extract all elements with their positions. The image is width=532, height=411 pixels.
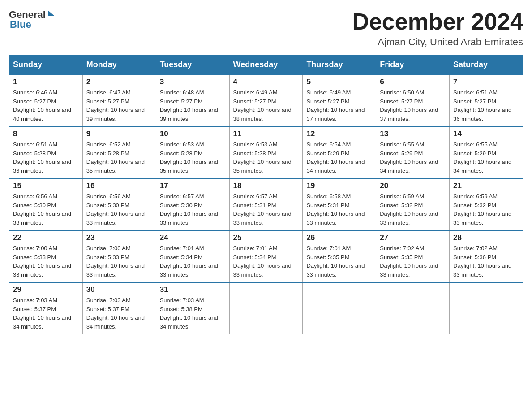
calendar-cell: 9Sunrise: 6:52 AMSunset: 5:28 PMDaylight… [82,126,156,178]
day-info: Sunrise: 6:55 AMSunset: 5:29 PMDaylight:… [380,140,446,175]
day-info: Sunrise: 6:59 AMSunset: 5:32 PMDaylight:… [453,192,519,227]
day-number: 28 [453,233,519,242]
day-number: 8 [13,129,79,138]
day-info: Sunrise: 6:51 AMSunset: 5:27 PMDaylight:… [453,88,519,123]
calendar-cell: 31Sunrise: 7:03 AMSunset: 5:38 PMDayligh… [156,282,229,334]
day-info: Sunrise: 6:49 AMSunset: 5:27 PMDaylight:… [233,88,299,123]
day-number: 23 [86,233,152,242]
day-number: 21 [453,181,519,190]
calendar-cell: 2Sunrise: 6:47 AMSunset: 5:27 PMDaylight… [82,74,156,126]
day-number: 18 [233,181,299,190]
calendar-cell [303,282,376,334]
calendar-cell: 12Sunrise: 6:54 AMSunset: 5:29 PMDayligh… [303,126,376,178]
logo: General Blue [9,9,54,30]
day-number: 19 [306,181,372,190]
day-info: Sunrise: 6:55 AMSunset: 5:29 PMDaylight:… [453,140,519,175]
header-thursday: Thursday [303,56,376,75]
week-row-3: 15Sunrise: 6:56 AMSunset: 5:30 PMDayligh… [9,178,523,230]
week-row-4: 22Sunrise: 7:00 AMSunset: 5:33 PMDayligh… [9,230,523,282]
day-number: 29 [13,285,79,294]
calendar-cell: 14Sunrise: 6:55 AMSunset: 5:29 PMDayligh… [450,126,523,178]
day-number: 22 [13,233,79,242]
day-info: Sunrise: 6:53 AMSunset: 5:28 PMDaylight:… [233,140,299,175]
day-number: 31 [160,285,226,294]
day-info: Sunrise: 7:03 AMSunset: 5:38 PMDaylight:… [160,296,226,331]
day-info: Sunrise: 6:50 AMSunset: 5:27 PMDaylight:… [380,88,446,123]
calendar-cell: 17Sunrise: 6:57 AMSunset: 5:30 PMDayligh… [156,178,229,230]
day-info: Sunrise: 6:58 AMSunset: 5:31 PMDaylight:… [306,192,372,227]
day-info: Sunrise: 6:57 AMSunset: 5:31 PMDaylight:… [233,192,299,227]
calendar-cell: 25Sunrise: 7:01 AMSunset: 5:34 PMDayligh… [229,230,303,282]
calendar-cell [229,282,303,334]
calendar-cell: 29Sunrise: 7:03 AMSunset: 5:37 PMDayligh… [9,282,83,334]
calendar-cell: 8Sunrise: 6:51 AMSunset: 5:28 PMDaylight… [9,126,83,178]
week-row-5: 29Sunrise: 7:03 AMSunset: 5:37 PMDayligh… [9,282,523,334]
week-row-2: 8Sunrise: 6:51 AMSunset: 5:28 PMDaylight… [9,126,523,178]
week-row-1: 1Sunrise: 6:46 AMSunset: 5:27 PMDaylight… [9,74,523,126]
calendar-cell: 22Sunrise: 7:00 AMSunset: 5:33 PMDayligh… [9,230,83,282]
day-info: Sunrise: 6:52 AMSunset: 5:28 PMDaylight:… [86,140,152,175]
calendar-cell: 26Sunrise: 7:01 AMSunset: 5:35 PMDayligh… [303,230,376,282]
day-info: Sunrise: 6:48 AMSunset: 5:27 PMDaylight:… [160,88,226,123]
header-friday: Friday [376,56,450,75]
day-info: Sunrise: 7:01 AMSunset: 5:34 PMDaylight:… [160,244,226,279]
page-header: General Blue December 2024 Ajman City, U… [9,9,523,48]
calendar-cell: 27Sunrise: 7:02 AMSunset: 5:35 PMDayligh… [376,230,450,282]
day-number: 25 [233,233,299,242]
calendar-cell: 16Sunrise: 6:56 AMSunset: 5:30 PMDayligh… [82,178,156,230]
day-number: 1 [13,77,79,86]
day-number: 5 [306,77,372,86]
header-monday: Monday [82,56,156,75]
calendar-header-row: SundayMondayTuesdayWednesdayThursdayFrid… [9,56,523,75]
day-number: 11 [233,129,299,138]
day-number: 6 [380,77,446,86]
logo-blue-text: Blue [10,19,31,30]
day-info: Sunrise: 6:57 AMSunset: 5:30 PMDaylight:… [160,192,226,227]
day-number: 12 [306,129,372,138]
day-number: 9 [86,129,152,138]
day-info: Sunrise: 6:49 AMSunset: 5:27 PMDaylight:… [306,88,372,123]
day-number: 2 [86,77,152,86]
calendar-cell: 24Sunrise: 7:01 AMSunset: 5:34 PMDayligh… [156,230,229,282]
calendar-cell: 15Sunrise: 6:56 AMSunset: 5:30 PMDayligh… [9,178,83,230]
calendar-cell: 18Sunrise: 6:57 AMSunset: 5:31 PMDayligh… [229,178,303,230]
day-number: 20 [380,181,446,190]
day-info: Sunrise: 7:00 AMSunset: 5:33 PMDaylight:… [13,244,79,279]
calendar-cell: 21Sunrise: 6:59 AMSunset: 5:32 PMDayligh… [450,178,523,230]
day-info: Sunrise: 7:01 AMSunset: 5:34 PMDaylight:… [233,244,299,279]
day-info: Sunrise: 7:03 AMSunset: 5:37 PMDaylight:… [13,296,79,331]
day-info: Sunrise: 6:51 AMSunset: 5:28 PMDaylight:… [13,140,79,175]
day-number: 26 [306,233,372,242]
day-number: 16 [86,181,152,190]
month-title: December 2024 [352,9,523,34]
day-info: Sunrise: 6:56 AMSunset: 5:30 PMDaylight:… [13,192,79,227]
day-info: Sunrise: 6:53 AMSunset: 5:28 PMDaylight:… [160,140,226,175]
calendar-cell: 6Sunrise: 6:50 AMSunset: 5:27 PMDaylight… [376,74,450,126]
header-tuesday: Tuesday [156,56,229,75]
day-number: 13 [380,129,446,138]
day-info: Sunrise: 7:03 AMSunset: 5:37 PMDaylight:… [86,296,152,331]
calendar-cell: 19Sunrise: 6:58 AMSunset: 5:31 PMDayligh… [303,178,376,230]
calendar-cell: 10Sunrise: 6:53 AMSunset: 5:28 PMDayligh… [156,126,229,178]
header-sunday: Sunday [9,56,83,75]
day-info: Sunrise: 7:02 AMSunset: 5:36 PMDaylight:… [453,244,519,279]
day-info: Sunrise: 7:00 AMSunset: 5:33 PMDaylight:… [86,244,152,279]
title-area: December 2024 Ajman City, United Arab Em… [352,9,523,48]
logo-triangle-icon [48,10,54,16]
calendar-cell: 13Sunrise: 6:55 AMSunset: 5:29 PMDayligh… [376,126,450,178]
calendar-cell: 20Sunrise: 6:59 AMSunset: 5:32 PMDayligh… [376,178,450,230]
calendar-cell: 4Sunrise: 6:49 AMSunset: 5:27 PMDaylight… [229,74,303,126]
header-saturday: Saturday [450,56,523,75]
calendar-cell: 7Sunrise: 6:51 AMSunset: 5:27 PMDaylight… [450,74,523,126]
calendar-cell [376,282,450,334]
calendar-cell: 3Sunrise: 6:48 AMSunset: 5:27 PMDaylight… [156,74,229,126]
day-number: 17 [160,181,226,190]
calendar-cell: 30Sunrise: 7:03 AMSunset: 5:37 PMDayligh… [82,282,156,334]
calendar-cell [450,282,523,334]
calendar-table: SundayMondayTuesdayWednesdayThursdayFrid… [9,55,523,334]
calendar-cell: 1Sunrise: 6:46 AMSunset: 5:27 PMDaylight… [9,74,83,126]
day-number: 24 [160,233,226,242]
calendar-cell: 28Sunrise: 7:02 AMSunset: 5:36 PMDayligh… [450,230,523,282]
day-number: 10 [160,129,226,138]
header-wednesday: Wednesday [229,56,303,75]
